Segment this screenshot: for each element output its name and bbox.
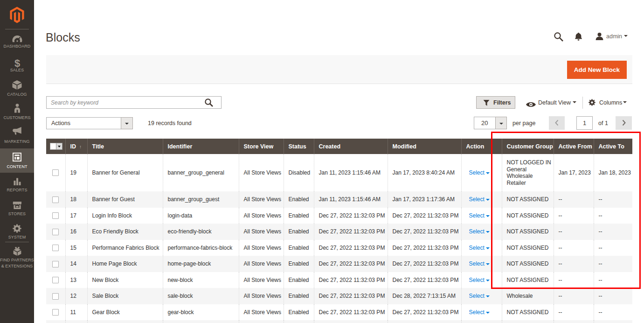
svg-text:$: $ [14,58,20,68]
